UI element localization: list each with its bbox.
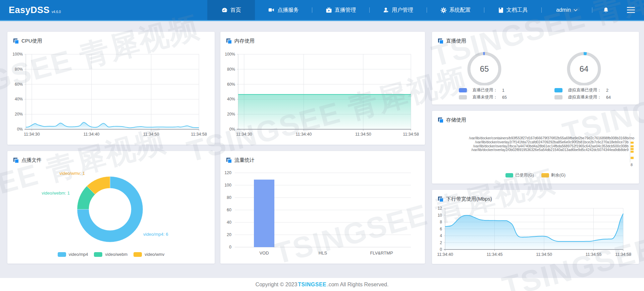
nav-item-system-config[interactable]: 系统配置 — [427, 0, 484, 20]
svg-text:65: 65 — [480, 64, 489, 73]
legend-swatch — [505, 173, 513, 177]
user-menu[interactable]: admin — [542, 0, 592, 20]
storage-bar-fragment — [631, 148, 634, 150]
svg-text:20%: 20% — [15, 112, 23, 117]
nav-item-live-manage[interactable]: 直播管理 — [312, 0, 369, 20]
svg-text:40%: 40% — [227, 97, 235, 101]
svg-text:0%: 0% — [229, 127, 235, 132]
svg-text:20: 20 — [227, 232, 231, 237]
vod-files-legend: video/mp4 video/webm video/wmv — [7, 252, 215, 257]
svg-text:100: 100 — [224, 183, 231, 188]
nav-item-label: 系统配置 — [449, 7, 471, 14]
card-bandwidth-usage: 下行带宽使用(Mbps) 02468101211:34:4011:34:4511… — [432, 190, 639, 264]
svg-text:11:34:45: 11:34:45 — [487, 252, 503, 257]
storage-path-row: /var/lib/docker/containers/b93f553f27d16… — [469, 136, 634, 140]
card-storage-usage: 存储使用 /var/lib/docker/containers/b93f553f… — [432, 111, 639, 184]
card-vod-files: 点播文件 video/wmv: 1video/webm: 1video/mp4:… — [7, 151, 215, 264]
card-live-usage: 直播使用 6564 直播已使用：1 直播未使用：65 虚拟直播已使用：2 虚拟直… — [432, 32, 639, 104]
hamburger-menu-button[interactable] — [619, 0, 643, 20]
svg-text:60: 60 — [227, 208, 231, 212]
legend-item: 虚拟直播未使用：64 — [554, 94, 611, 101]
svg-text:20%: 20% — [227, 112, 235, 117]
svg-text:0: 0 — [440, 247, 442, 252]
storage-axis-line — [630, 133, 630, 162]
dashboard-page: EasyDSS v4.6.0 首页 点播服务 直播管理 用户管理 — [0, 0, 644, 291]
storage-bar-fragment — [631, 145, 634, 147]
svg-text:11:34:50: 11:34:50 — [355, 132, 371, 137]
notifications-button[interactable] — [592, 0, 619, 20]
svg-text:11:34:40: 11:34:40 — [296, 132, 312, 137]
svg-text:11:34:58: 11:34:58 — [403, 132, 419, 137]
legend-swatch — [554, 95, 562, 99]
legend-swatch — [459, 95, 467, 99]
svg-text:80%: 80% — [15, 67, 23, 72]
svg-text:11:34:58: 11:34:58 — [615, 252, 631, 257]
hamburger-icon — [627, 7, 635, 13]
legend-item: video/webm — [94, 252, 127, 257]
svg-text:60%: 60% — [227, 82, 235, 87]
copyright-text: Copyright © 2023 — [256, 282, 298, 288]
legend-item: 已使用(G) — [505, 172, 534, 178]
svg-text:FLV&RTMP: FLV&RTMP — [370, 250, 393, 256]
svg-text:40: 40 — [227, 220, 231, 225]
svg-text:10: 10 — [438, 213, 442, 218]
legend-item: video/mp4 — [58, 252, 88, 257]
doc-book-icon — [498, 7, 504, 13]
dashboard-icon — [221, 7, 228, 13]
svg-text:11:34:50: 11:34:50 — [536, 252, 552, 257]
navbar: EasyDSS v4.6.0 首页 点播服务 直播管理 用户管理 — [0, 0, 644, 20]
legend-swatch — [94, 252, 102, 257]
nav-item-doc-tools[interactable]: 文档工具 — [484, 0, 541, 20]
svg-text:40%: 40% — [15, 97, 23, 101]
svg-text:4: 4 — [440, 233, 442, 238]
svg-text:HLS: HLS — [319, 250, 327, 256]
storage-axis-tick-label: 8 — [631, 163, 633, 167]
traffic-bar-chart: 020406080100120VODHLSFLV&RTMP — [220, 151, 425, 264]
navbar-accent-line — [0, 20, 644, 21]
bell-icon — [603, 7, 609, 13]
memory-usage-chart: 0%20%40%60%80%100%11:34:3011:34:4011:34:… — [220, 32, 425, 145]
vod-files-donut-chart: video/wmv: 1video/webm: 1video/mp4: 6 — [7, 151, 215, 251]
live-gauge-legend: 虚拟直播已使用：2 虚拟直播未使用：64 — [554, 87, 611, 101]
svg-text:80: 80 — [227, 195, 231, 200]
app-version: v4.6.0 — [52, 10, 61, 14]
live-usage-gauges: 6564 — [432, 32, 639, 85]
svg-text:11:34:50: 11:34:50 — [143, 132, 159, 137]
live-gauge-legend: 直播已使用：1 直播未使用：65 — [459, 87, 507, 101]
bandwidth-chart: 02468101211:34:4011:34:4511:34:5011:34:5… — [432, 190, 639, 264]
svg-text:8: 8 — [440, 220, 442, 224]
svg-text:video/webm: 1: video/webm: 1 — [42, 191, 70, 196]
svg-text:80%: 80% — [227, 67, 235, 72]
gear-icon — [440, 7, 447, 13]
legend-swatch — [459, 88, 467, 92]
nav-item-vod-service[interactable]: 点播服务 — [255, 0, 312, 20]
card-traffic-stats: 流量统计 020406080100120VODHLSFLV&RTMP — [220, 151, 425, 264]
live-tv-icon — [326, 7, 332, 13]
storage-bar-fragment — [631, 157, 634, 159]
app-logo[interactable]: EasyDSS v4.6.0 — [9, 0, 61, 20]
svg-text:11:34:30: 11:34:30 — [236, 132, 252, 137]
storage-path-row: /var/lib/docker/overlay2/bca7a44740bd4a2… — [473, 144, 629, 148]
storage-bar-fragment — [631, 142, 634, 144]
nav-item-home[interactable]: 首页 — [207, 0, 255, 20]
svg-text:video/wmv: 1: video/wmv: 1 — [59, 171, 85, 176]
legend-item: 直播未使用：65 — [459, 94, 507, 101]
legend-swatch — [133, 252, 142, 257]
nav-item-user-manage[interactable]: 用户管理 — [370, 0, 427, 20]
app-name: EasyDSS — [9, 5, 50, 15]
legend-swatch — [541, 173, 549, 177]
svg-text:100%: 100% — [12, 52, 23, 57]
legend-swatch — [554, 88, 562, 92]
svg-text:6: 6 — [440, 227, 442, 231]
legend-item: 剩余(G) — [541, 172, 566, 178]
svg-text:60%: 60% — [15, 82, 23, 87]
svg-text:64: 64 — [580, 64, 589, 73]
chevron-down-icon — [574, 9, 578, 11]
nav-item-label: 用户管理 — [392, 7, 413, 14]
svg-text:11:34:55: 11:34:55 — [586, 252, 602, 257]
storage-path-row: /var/lib/docker/overlay2/7f141fda72cafd0… — [475, 140, 629, 144]
svg-text:video/mp4: 6: video/mp4: 6 — [143, 232, 168, 237]
svg-text:120: 120 — [224, 170, 231, 175]
user-icon — [383, 7, 389, 13]
card-title: 存储使用 — [446, 117, 466, 123]
